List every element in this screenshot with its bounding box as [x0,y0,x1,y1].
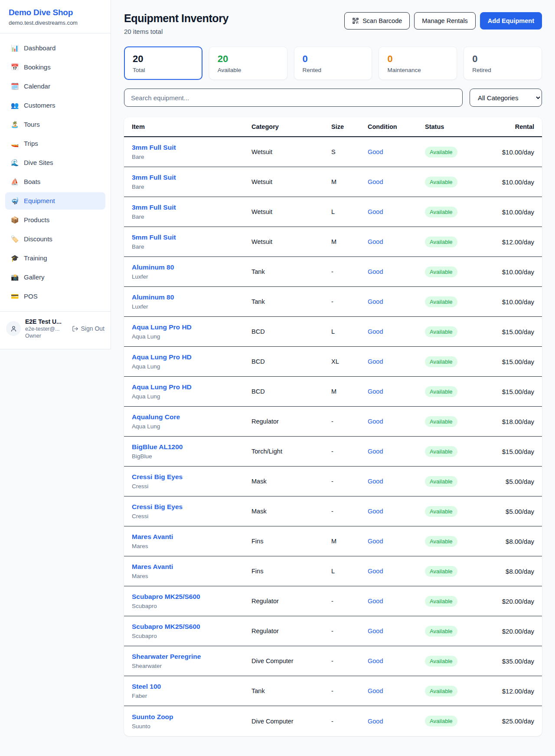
item-name-link[interactable]: 3mm Full Suit [132,173,251,181]
condition-link[interactable]: Good [368,328,425,335]
condition-link[interactable]: Good [368,388,425,395]
item-name-link[interactable]: Mares Avanti [132,562,251,571]
item-name-link[interactable]: 5mm Full Suit [132,233,251,241]
item-name-link[interactable]: Suunto Zoop [132,713,251,721]
size-cell: - [331,448,368,455]
sidebar-item-gallery[interactable]: 📸 Gallery [5,269,105,286]
sidebar-item-dive-sites[interactable]: 🌊 Dive Sites [5,154,105,171]
condition-link[interactable]: Good [368,538,425,545]
item-name-link[interactable]: Shearwater Peregrine [132,652,251,661]
add-equipment-button[interactable]: Add Equipment [480,12,542,30]
rental-cell: $10.00/day [491,268,534,276]
size-cell: - [331,628,368,634]
stat-card-maintenance[interactable]: 0 Maintenance [379,46,457,80]
rental-cell: $10.00/day [491,178,534,186]
status-badge: Available [425,536,457,547]
add-equipment-label: Add Equipment [488,17,534,24]
condition-link[interactable]: Good [368,657,425,664]
status-badge: Available [425,237,457,247]
sidebar-item-customers[interactable]: 👥 Customers [5,97,105,114]
scan-barcode-button[interactable]: Scan Barcode [344,12,410,30]
item-name-link[interactable]: Scubapro MK25/S600 [132,592,251,601]
item-cell: Mares Avanti Mares [132,532,251,550]
status-cell: Available [425,326,491,337]
nav-icon: 📊 [10,43,19,53]
size-cell: M [331,178,368,185]
rental-cell: $10.00/day [491,148,534,156]
condition-link[interactable]: Good [368,238,425,245]
item-name-link[interactable]: Scubapro MK25/S600 [132,622,251,631]
item-cell: 5mm Full Suit Bare [132,233,251,250]
nav-label: Dive Sites [24,158,53,168]
status-cell: Available [425,686,491,697]
size-cell: S [331,148,368,155]
item-name-link[interactable]: Aqua Lung Pro HD [132,383,251,391]
sidebar-item-products[interactable]: 📦 Products [5,211,105,229]
status-badge: Available [425,596,457,607]
status-cell: Available [425,147,491,158]
sidebar-item-pos[interactable]: 💳 POS [5,288,105,305]
item-name-link[interactable]: 3mm Full Suit [132,143,251,151]
condition-link[interactable]: Good [368,598,425,605]
status-badge: Available [425,506,457,517]
stat-card-available[interactable]: 20 Available [209,46,287,80]
item-name-link[interactable]: Aqualung Core [132,413,251,421]
manage-rentals-button[interactable]: Manage Rentals [414,12,476,30]
sidebar-item-discounts[interactable]: 🏷️ Discounts [5,230,105,248]
condition-link[interactable]: Good [368,268,425,275]
item-name-link[interactable]: Cressi Big Eyes [132,503,251,511]
status-badge: Available [425,147,457,158]
condition-link[interactable]: Good [368,178,425,185]
user-email: e2e-tester@... [25,325,68,332]
stat-card-rented[interactable]: 0 Rented [294,46,372,80]
sidebar-item-calendar[interactable]: 🗓️ Calendar [5,78,105,95]
item-name-link[interactable]: Aluminum 80 [132,293,251,301]
stat-card-retired[interactable]: 0 Retired [464,46,542,80]
condition-link[interactable]: Good [368,448,425,455]
item-name-link[interactable]: Mares Avanti [132,532,251,541]
sign-out-button[interactable]: Sign Out [72,325,104,332]
search-input[interactable] [124,89,463,107]
item-brand: Luxfer [132,273,251,280]
condition-link[interactable]: Good [368,687,425,694]
condition-link[interactable]: Good [368,718,425,725]
sidebar-item-tours[interactable]: 🏝️ Tours [5,116,105,133]
status-badge: Available [425,686,457,697]
stat-value: 0 [387,53,448,65]
sidebar-item-equipment[interactable]: 🤿 Equipment [5,192,105,210]
condition-link[interactable]: Good [368,418,425,425]
condition-link[interactable]: Good [368,148,425,155]
item-name-link[interactable]: Steel 100 [132,682,251,690]
sidebar-item-bookings[interactable]: 📅 Bookings [5,59,105,76]
category-select[interactable]: All Categories [470,89,542,107]
sidebar-nav: 📊 Dashboard 📅 Bookings 🗓️ Calendar 👥 Cus… [0,33,111,309]
condition-link[interactable]: Good [368,298,425,305]
sidebar-item-dashboard[interactable]: 📊 Dashboard [5,39,105,57]
item-name-link[interactable]: Aluminum 80 [132,263,251,271]
sidebar-item-trips[interactable]: 🚤 Trips [5,135,105,152]
status-badge: Available [425,326,457,337]
sidebar-item-training[interactable]: 🎓 Training [5,250,105,267]
sidebar-item-boats[interactable]: ⛵ Boats [5,173,105,191]
category-cell: BCD [251,358,331,365]
table-row: Mares Avanti Mares Fins L Good Available… [124,556,542,586]
condition-link[interactable]: Good [368,508,425,515]
category-cell: Tank [251,687,331,694]
item-name-link[interactable]: Cressi Big Eyes [132,473,251,481]
status-cell: Available [425,656,491,667]
rental-cell: $10.00/day [491,298,534,306]
condition-link[interactable]: Good [368,358,425,365]
condition-link[interactable]: Good [368,568,425,575]
item-name-link[interactable]: Aqua Lung Pro HD [132,323,251,331]
item-name-link[interactable]: BigBlue AL1200 [132,443,251,451]
size-cell: L [331,208,368,215]
stat-card-total[interactable]: 20 Total [124,46,202,80]
item-name-link[interactable]: 3mm Full Suit [132,203,251,211]
item-name-link[interactable]: Aqua Lung Pro HD [132,353,251,361]
condition-link[interactable]: Good [368,628,425,634]
status-cell: Available [425,536,491,547]
nav-icon: 📦 [10,215,19,225]
condition-link[interactable]: Good [368,478,425,485]
size-cell: - [331,418,368,425]
condition-link[interactable]: Good [368,208,425,215]
